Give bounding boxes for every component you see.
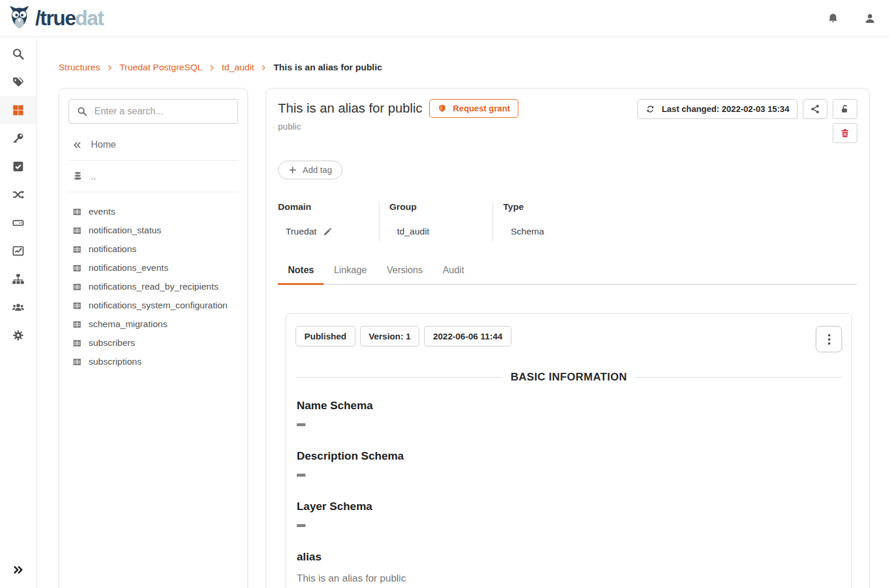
note-field-description-schema: Description Schema — [297, 450, 841, 477]
angle-double-right-icon — [12, 563, 25, 576]
note-menu-button[interactable] — [816, 326, 842, 352]
field-label: Description Schema — [297, 450, 841, 463]
breadcrumb-link-group[interactable]: td_audit — [222, 62, 254, 73]
domain-value: Truedat — [286, 226, 317, 237]
app-logo[interactable]: /truedat — [6, 5, 103, 32]
table-icon — [72, 282, 82, 292]
sidebar-item-systems[interactable] — [0, 209, 36, 237]
app-header: /truedat — [0, 0, 889, 37]
tab-versions[interactable]: Versions — [377, 265, 433, 284]
sidebar-item-lineage[interactable] — [0, 181, 36, 209]
table-icon — [72, 207, 82, 217]
add-tag-button[interactable]: Add tag — [278, 161, 342, 179]
tree-item-label: notifications_events — [89, 263, 168, 273]
plus-icon — [289, 166, 297, 174]
table-icon — [72, 320, 82, 329]
tree-item[interactable]: subscriptions — [69, 352, 238, 371]
angle-double-left-icon — [72, 140, 82, 150]
breadcrumb-link-structures[interactable]: Structures — [59, 62, 100, 73]
parent-label: .. — [91, 171, 96, 181]
share-button[interactable] — [803, 99, 827, 119]
structure-tree-list: events notification_status notifications… — [69, 202, 238, 371]
tree-item-label: events — [89, 206, 116, 217]
logo-wordmark: /truedat — [35, 6, 103, 30]
sidebar-item-permissions[interactable] — [0, 124, 36, 152]
unlock-icon — [840, 104, 850, 114]
share-icon — [810, 104, 820, 114]
hdd-icon — [12, 216, 25, 229]
chart-line-icon — [12, 244, 25, 257]
tree-item-label: schema_migrations — [89, 319, 167, 329]
tree-item[interactable]: notification_status — [69, 221, 238, 240]
note-field-name-schema: Name Schema — [297, 399, 841, 426]
table-icon — [72, 301, 82, 311]
chevron-right-icon — [260, 64, 267, 71]
empty-value-dash — [297, 423, 306, 426]
sidebar-item-search[interactable] — [0, 40, 36, 68]
chevron-right-icon — [209, 64, 215, 71]
tags-icon — [12, 76, 25, 89]
group-value: td_audit — [397, 226, 429, 237]
user-icon[interactable] — [864, 12, 876, 25]
sidebar-item-quality[interactable] — [0, 152, 36, 181]
tab-linkage[interactable]: Linkage — [324, 265, 376, 284]
sidebar-item-taxonomy[interactable] — [0, 265, 36, 293]
home-label: Home — [91, 140, 116, 150]
request-grant-label: Request grant — [453, 104, 510, 113]
unlock-button[interactable] — [833, 99, 857, 119]
tree-item[interactable]: schema_migrations — [69, 315, 238, 334]
tree-item[interactable]: notifications_system_configuration — [69, 296, 238, 315]
detail-tabs: Notes Linkage Versions Audit — [278, 265, 857, 285]
tab-notes[interactable]: Notes — [278, 265, 324, 285]
tree-search-box[interactable] — [69, 99, 238, 124]
tree-item-label: subscribers — [89, 338, 135, 348]
tab-audit[interactable]: Audit — [433, 265, 474, 284]
request-grant-button[interactable]: Request grant — [429, 99, 518, 118]
check-square-icon — [12, 160, 25, 173]
search-icon — [77, 106, 87, 117]
tree-item[interactable]: subscribers — [69, 334, 238, 352]
tree-parent-link[interactable]: .. — [72, 171, 235, 182]
structure-detail-panel: This is an alias for public Request gran… — [266, 88, 870, 588]
note-card: Published Version: 1 2022-06-06 11:44 BA… — [286, 313, 852, 588]
sidebar-item-tags[interactable] — [0, 68, 36, 96]
structure-subtitle: public — [278, 121, 518, 131]
tree-item-label: notifications — [89, 244, 137, 254]
delete-button[interactable] — [833, 123, 857, 143]
breadcrumb-current: This is an alias for public — [273, 62, 382, 73]
owl-logo-icon — [6, 5, 33, 32]
breadcrumb-link-system[interactable]: Truedat PostgreSQL — [120, 62, 203, 73]
tree-item[interactable]: notifications_read_by_recipients — [69, 277, 238, 296]
sidebar-item-settings[interactable] — [0, 321, 36, 349]
search-input[interactable] — [94, 106, 230, 117]
structure-tree-panel: Home .. events — [59, 88, 248, 588]
divider — [69, 192, 238, 192]
type-value: Schema — [511, 226, 544, 237]
sidebar-expand-toggle[interactable] — [0, 558, 36, 582]
divider — [69, 160, 238, 161]
pencil-icon[interactable] — [323, 227, 332, 236]
note-field-layer-schema: Layer Schema — [297, 500, 841, 527]
note-field-alias: alias This is an alias for public — [297, 550, 841, 584]
table-icon — [72, 357, 82, 367]
status-badge: Published — [296, 326, 355, 346]
sidebar-item-structures[interactable] — [0, 96, 36, 124]
group-label: Group — [389, 202, 493, 212]
tree-item[interactable]: notifications_events — [69, 259, 238, 277]
tree-home-link[interactable]: Home — [72, 140, 235, 150]
sitemap-icon — [12, 273, 25, 285]
type-label: Type — [503, 202, 544, 212]
tree-item[interactable]: events — [69, 202, 238, 221]
bell-icon[interactable] — [827, 12, 839, 25]
table-icon — [72, 244, 82, 254]
section-title-label: BASIC INFORMATION — [511, 371, 627, 383]
last-changed-button[interactable]: Last changed: 2022-02-03 15:34 — [637, 99, 798, 119]
sidebar-item-groups[interactable] — [0, 293, 36, 321]
structure-meta: Domain Truedat Group td_audit Type Schem… — [278, 202, 857, 242]
search-icon — [12, 47, 25, 60]
empty-value-dash — [297, 474, 306, 477]
tree-item-label: notifications_system_configuration — [89, 300, 228, 311]
tree-item[interactable]: notifications — [69, 240, 238, 259]
sidebar-item-dashboards[interactable] — [0, 237, 36, 265]
key-icon — [12, 132, 25, 145]
